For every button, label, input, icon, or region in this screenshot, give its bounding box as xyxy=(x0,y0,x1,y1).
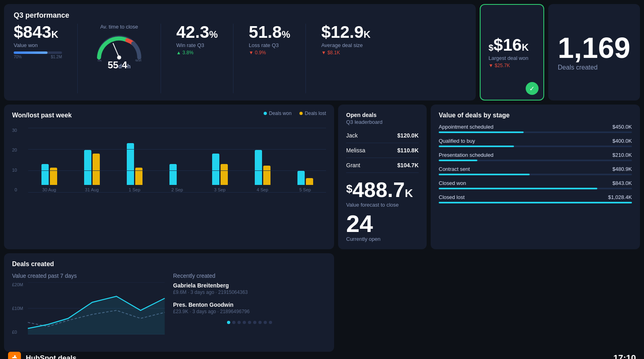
rc-item-1: Pres. Benton Goodwin £23.9K · 3 days ago… xyxy=(173,302,326,314)
gauge-svg: 0s 90d xyxy=(93,31,145,62)
bar-lost-6 xyxy=(306,178,313,185)
largest-deal-sub: ▼ $25.7K xyxy=(489,63,535,68)
dot-5[interactable] xyxy=(253,321,256,324)
value-won-metric: $843K Value won 70% $1.2M xyxy=(14,24,62,59)
bottom-section: Deals created Value created past 7 days … xyxy=(4,253,640,352)
avg-time-label: Av. time to close xyxy=(100,24,138,30)
y-labels: 30 20 10 0 xyxy=(12,128,20,192)
bar-group-5: 4 Sep xyxy=(242,133,283,192)
stage-row-5: Closed lost $1,028.4K xyxy=(439,194,632,203)
rc-label: Recently created xyxy=(173,273,326,279)
stage-row-3: Contract sent $480.9K xyxy=(439,166,632,175)
stage-title: Value of deals by stage xyxy=(439,112,632,119)
bar-won-4 xyxy=(212,154,219,185)
open-count: 24 xyxy=(346,212,419,236)
footer: HubSpot deals 17:10 xyxy=(0,352,644,359)
win-rate-label: Win rate Q3 xyxy=(176,42,218,48)
open-deals-subtitle: Q3 leaderboard xyxy=(346,119,419,125)
bar-won-5 xyxy=(255,150,262,185)
open-deals-panel: Open deals Q3 leaderboard Jack $120.0K M… xyxy=(338,105,427,249)
forecast-value: $488.7K xyxy=(346,179,419,200)
performance-panel: Q3 performance $843K Value won 70% $1. xyxy=(4,4,476,101)
largest-deal-label: Largest deal won xyxy=(489,55,535,61)
avg-deal-metric: $12.9K Average deal size ▼ $8.1K xyxy=(321,24,370,55)
win-rate-metric: 42.3% Win rate Q3 ▲ 3.8% xyxy=(176,24,218,55)
deals-created-title: Deals created xyxy=(12,261,326,268)
bar-lost-1 xyxy=(93,154,100,185)
dot-6[interactable] xyxy=(258,321,262,324)
value-won-label: Value won xyxy=(14,42,62,48)
carousel-dots xyxy=(173,321,326,324)
bar-lost-5 xyxy=(263,166,270,185)
lost-dot xyxy=(299,112,303,115)
vc-label: Value created past 7 days xyxy=(12,273,165,279)
loss-rate-sub: ▼ 0.9% xyxy=(249,50,290,55)
footer-title: HubSpot deals xyxy=(26,354,76,359)
legend-won: Deals won xyxy=(264,111,291,116)
win-rate-sub: ▲ 3.8% xyxy=(176,50,218,55)
leaderboard-row-2: Grant $104.7K xyxy=(346,158,419,173)
chart-legend: Deals won Deals lost xyxy=(264,111,326,116)
svg-text:90d: 90d xyxy=(135,59,141,62)
bar-won-1 xyxy=(84,150,91,185)
bar-chart-area: 30 20 10 0 30 Aug xyxy=(12,124,326,192)
stage-row-2: Presentation scheduled $210.0K xyxy=(439,152,632,161)
bar-lost-0 xyxy=(50,168,57,185)
check-icon: ✓ xyxy=(526,82,539,95)
deals-created-number: 1,169 xyxy=(558,33,630,62)
bar-group-1: 31 Aug xyxy=(71,133,113,192)
forecast-label: Value forecast to close xyxy=(346,202,419,208)
line-chart-svg: 31 Aug 1 Sep 3 Sep 5 Sep xyxy=(27,282,165,334)
deals-created-hero-label: Deals created xyxy=(558,64,630,71)
stage-panel: Value of deals by stage Appointment sche… xyxy=(431,105,640,249)
recently-created-section: Recently created Gabriela Breitenberg £9… xyxy=(173,273,326,345)
dot-7[interactable] xyxy=(264,321,267,324)
won-dot xyxy=(264,112,267,115)
dot-8[interactable] xyxy=(269,321,272,324)
leaderboard-row-0: Jack $120.0K xyxy=(346,128,419,143)
deals-created-inner: Value created past 7 days £20M £10M £0 xyxy=(12,273,326,345)
bar-won-2 xyxy=(127,143,134,185)
value-created-section: Value created past 7 days £20M £10M £0 xyxy=(12,273,165,345)
svg-line-1 xyxy=(113,43,119,57)
bar-group-2: 1 Sep xyxy=(114,133,155,192)
dot-1[interactable] xyxy=(232,321,235,324)
bar-lost-4 xyxy=(221,164,228,185)
footer-left: HubSpot deals xyxy=(8,352,76,359)
dot-2[interactable] xyxy=(237,321,241,324)
bar-group-3: 2 Sep xyxy=(156,133,198,192)
bar-chart-inner: 30 Aug 31 Aug 1 Sep 2 Sep xyxy=(28,128,326,192)
avg-deal-sub: ▼ $8.1K xyxy=(321,50,370,55)
stage-row-4: Closed won $843.0K xyxy=(439,180,632,189)
avg-time-metric: Av. time to close 0s xyxy=(93,24,145,71)
loss-rate-value: 51.8% xyxy=(249,24,290,41)
open-deals-spacer xyxy=(338,253,427,352)
hubspot-logo xyxy=(8,352,21,359)
bar-group-6: 5 Sep xyxy=(284,133,326,192)
middle-section: Won/lost past week Deals won Deals lost … xyxy=(4,105,640,249)
performance-title: Q3 performance xyxy=(14,11,466,20)
legend-lost: Deals lost xyxy=(299,111,326,116)
metrics-row: $843K Value won 70% $1.2M xyxy=(14,24,466,93)
bar-group-0: 30 Aug xyxy=(28,133,70,192)
largest-deal-panel: $$16K Largest deal won ▼ $25.7K ✓ xyxy=(480,4,544,101)
loss-rate-label: Loss rate Q3 xyxy=(249,42,290,48)
footer-time: 17:10 xyxy=(613,353,636,359)
avg-deal-value: $12.9K xyxy=(321,24,370,41)
leaderboard-row-1: Melissa $110.8K xyxy=(346,143,419,158)
bar-lost-2 xyxy=(135,168,142,185)
avg-deal-label: Average deal size xyxy=(321,42,370,48)
svg-text:0s: 0s xyxy=(98,59,102,62)
wonlost-panel: Won/lost past week Deals won Deals lost … xyxy=(4,105,334,249)
dot-3[interactable] xyxy=(243,321,246,324)
loss-rate-metric: 51.8% Loss rate Q3 ▼ 0.9% xyxy=(249,24,290,55)
open-count-label: Currently open xyxy=(346,236,419,242)
dot-0[interactable] xyxy=(227,321,230,324)
win-rate-value: 42.3% xyxy=(176,24,218,41)
dot-4[interactable] xyxy=(248,321,251,324)
bar-won-3 xyxy=(169,164,177,185)
stage-row-0: Appointment scheduled $450.0K xyxy=(439,124,632,133)
bar-won-6 xyxy=(297,171,305,185)
deals-created-hero: 1,169 Deals created xyxy=(548,4,640,101)
stage-row-1: Qualified to buy $400.0K xyxy=(439,138,632,147)
